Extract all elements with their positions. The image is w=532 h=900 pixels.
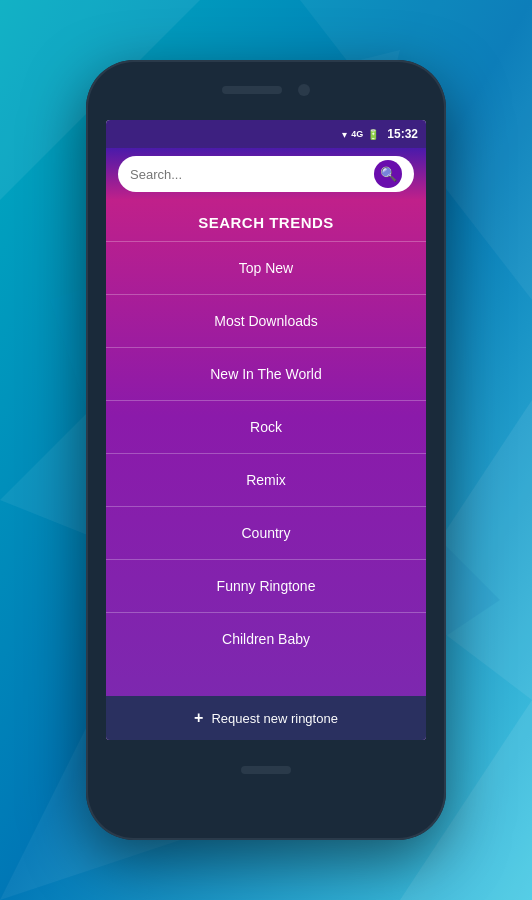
signal-icon: ▾ [342,129,347,140]
phone-device: ▾ 4G 🔋 15:32 🔍 SEARCH TRENDS [86,60,446,840]
plus-icon: + [194,709,203,727]
menu-item-rock[interactable]: Rock [106,400,426,453]
search-bar-container: 🔍 [106,148,426,200]
bottom-bar[interactable]: + Request new ringtone [106,696,426,740]
menu-item-funny-ringtone[interactable]: Funny Ringtone [106,559,426,612]
menu-list: Top NewMost DownloadsNew In The WorldRoc… [106,241,426,696]
network-type: 4G [351,129,363,139]
front-camera [298,84,310,96]
phone-speaker [222,86,282,94]
section-title: SEARCH TRENDS [106,200,426,241]
phone-screen: ▾ 4G 🔋 15:32 🔍 SEARCH TRENDS [106,120,426,740]
menu-item-new-in-the-world[interactable]: New In The World [106,347,426,400]
status-icons: ▾ 4G 🔋 15:32 [342,127,418,141]
status-bar: ▾ 4G 🔋 15:32 [106,120,426,148]
battery-icon: 🔋 [367,129,379,140]
phone-shell: ▾ 4G 🔋 15:32 🔍 SEARCH TRENDS [86,60,446,840]
search-bar[interactable]: 🔍 [118,156,414,192]
clock: 15:32 [387,127,418,141]
menu-item-most-downloads[interactable]: Most Downloads [106,294,426,347]
phone-top-bar [86,60,446,120]
home-button[interactable] [241,766,291,774]
menu-item-remix[interactable]: Remix [106,453,426,506]
search-input[interactable] [130,167,366,182]
menu-item-country[interactable]: Country [106,506,426,559]
menu-item-children-baby[interactable]: Children Baby [106,612,426,665]
menu-item-top-new[interactable]: Top New [106,241,426,294]
search-icon: 🔍 [380,166,397,182]
search-button[interactable]: 🔍 [374,160,402,188]
request-ringtone-label: Request new ringtone [211,711,337,726]
phone-bottom-bar [86,740,446,800]
content-area: SEARCH TRENDS Top NewMost DownloadsNew I… [106,200,426,740]
